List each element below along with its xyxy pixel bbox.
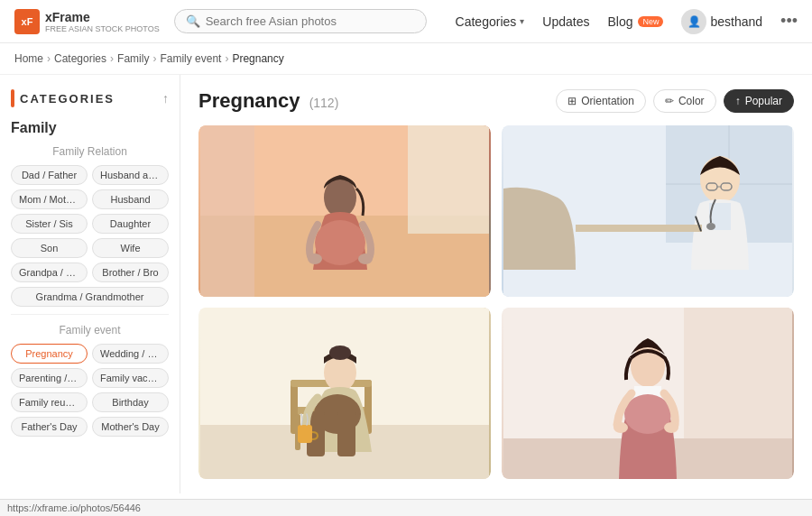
- tag-family-reunion[interactable]: Family reunion: [11, 392, 88, 412]
- svg-point-7: [358, 253, 373, 264]
- tag-grandpa[interactable]: Grandpa / Grandfather: [11, 263, 88, 282]
- sidebar-flag: [11, 89, 14, 107]
- tag-family-vacation[interactable]: Family vacation: [92, 368, 169, 388]
- tag-pregnancy[interactable]: Pregnancy: [11, 344, 88, 364]
- breadcrumb-categories[interactable]: Categories: [54, 52, 106, 65]
- tag-dad-father[interactable]: Dad / Father: [11, 165, 88, 185]
- photo-image-3: [198, 308, 491, 479]
- header: xF xFrame FREE ASIAN STOCK PHOTOS 🔍 Cate…: [0, 0, 812, 43]
- orientation-icon: ⊞: [567, 95, 577, 107]
- blog-new-badge: New: [638, 16, 663, 27]
- family-relation-label: Family Relation: [11, 145, 169, 158]
- tag-birthday[interactable]: Birthday: [92, 392, 169, 412]
- tag-wife[interactable]: Wife: [92, 238, 169, 258]
- tag-fathers-day[interactable]: Father's Day: [11, 417, 88, 437]
- page-title: Pregnancy (112): [198, 89, 338, 113]
- search-bar[interactable]: 🔍: [174, 9, 427, 33]
- svg-rect-33: [298, 425, 312, 443]
- svg-point-17: [706, 223, 715, 230]
- svg-point-5: [315, 220, 365, 265]
- sidebar-title: CATEGORIES: [20, 92, 115, 106]
- logo-name: xFrame: [45, 10, 160, 24]
- search-icon: 🔍: [186, 14, 200, 28]
- color-filter[interactable]: ✏ Color: [653, 89, 716, 113]
- logo-sub: FREE ASIAN STOCK PHOTOS: [45, 24, 160, 33]
- content-area: Pregnancy (112) ⊞ Orientation ✏ Color ↑ …: [180, 75, 812, 493]
- photo-svg-2: [502, 125, 794, 297]
- tag-brother[interactable]: Brother / Bro: [92, 263, 169, 282]
- photo-card-4[interactable]: [502, 308, 794, 479]
- photo-svg-1: [198, 125, 491, 297]
- svg-rect-2: [200, 125, 254, 297]
- photo-count: (112): [309, 96, 339, 110]
- photo-svg-4: [502, 308, 794, 479]
- breadcrumb-family-event[interactable]: Family event: [160, 52, 221, 65]
- photo-card-3[interactable]: [198, 308, 491, 479]
- photo-image-2: [502, 125, 794, 297]
- tag-wedding[interactable]: Wedding / Marriage: [92, 344, 169, 364]
- filter-bar: ⊞ Orientation ✏ Color ↑ Popular: [556, 89, 794, 113]
- popular-filter[interactable]: ↑ Popular: [724, 89, 794, 113]
- tag-sister[interactable]: Sister / Sis: [11, 214, 88, 234]
- svg-rect-32: [337, 411, 355, 456]
- family-relation-tags: Dad / Father Husband and wife Mom / Moth…: [11, 165, 169, 307]
- family-event-label: Family event: [11, 324, 169, 336]
- search-input[interactable]: [206, 14, 415, 28]
- nav-categories[interactable]: Categories ▾: [456, 14, 525, 29]
- breadcrumb-family[interactable]: Family: [117, 52, 149, 65]
- family-event-tags: Pregnancy Wedding / Marriage Parenting /…: [11, 344, 169, 437]
- content-header: Pregnancy (112) ⊞ Orientation ✏ Color ↑ …: [198, 89, 794, 113]
- photo-svg-3: [198, 308, 491, 479]
- svg-point-6: [308, 253, 322, 264]
- breadcrumb: Home › Categories › Family › Family even…: [0, 43, 812, 75]
- photo-card-2[interactable]: [502, 125, 794, 297]
- main-nav: Categories ▾ Updates Blog New 👤 besthand…: [456, 9, 798, 34]
- sidebar: CATEGORIES ↑ Family Family Relation Dad …: [0, 75, 180, 493]
- tag-daughter[interactable]: Daughter: [92, 214, 169, 234]
- photo-image-1: [198, 125, 491, 297]
- svg-point-41: [664, 422, 678, 433]
- breadcrumb-current: Pregnancy: [232, 52, 283, 65]
- tag-husband[interactable]: Husband: [92, 189, 169, 209]
- tag-mothers-day[interactable]: Mother's Day: [92, 417, 169, 437]
- nav-blog[interactable]: Blog New: [607, 14, 663, 29]
- chevron-down-icon: ▾: [520, 16, 524, 26]
- svg-point-29: [329, 346, 351, 360]
- more-menu-button[interactable]: •••: [780, 12, 798, 31]
- photo-card-1[interactable]: [198, 125, 491, 297]
- photo-image-4: [502, 308, 794, 479]
- sidebar-scroll-up[interactable]: ↑: [162, 91, 169, 106]
- photo-grid: [198, 125, 794, 479]
- color-icon: ✏: [665, 95, 674, 107]
- popular-icon: ↑: [735, 95, 741, 107]
- tag-parenting[interactable]: Parenting / Childcare: [11, 368, 88, 388]
- tag-mom-mother[interactable]: Mom / Mother: [11, 189, 88, 209]
- svg-rect-3: [408, 125, 489, 234]
- avatar: 👤: [681, 9, 706, 34]
- svg-point-40: [614, 422, 628, 433]
- svg-rect-18: [576, 225, 702, 232]
- logo[interactable]: xF xFrame FREE ASIAN STOCK PHOTOS: [14, 9, 160, 34]
- orientation-filter[interactable]: ⊞ Orientation: [556, 89, 646, 113]
- main-layout: CATEGORIES ↑ Family Family Relation Dad …: [0, 75, 812, 493]
- nav-updates[interactable]: Updates: [542, 14, 589, 29]
- user-profile[interactable]: 👤 besthand: [681, 9, 762, 34]
- logo-icon: xF: [14, 9, 40, 34]
- tag-grandma[interactable]: Grandma / Grandmother: [11, 287, 169, 307]
- sidebar-divider: [11, 314, 169, 315]
- tag-son[interactable]: Son: [11, 238, 88, 258]
- family-section-heading: Family: [11, 120, 169, 136]
- breadcrumb-home[interactable]: Home: [14, 52, 43, 65]
- tag-husband-wife[interactable]: Husband and wife: [92, 165, 169, 185]
